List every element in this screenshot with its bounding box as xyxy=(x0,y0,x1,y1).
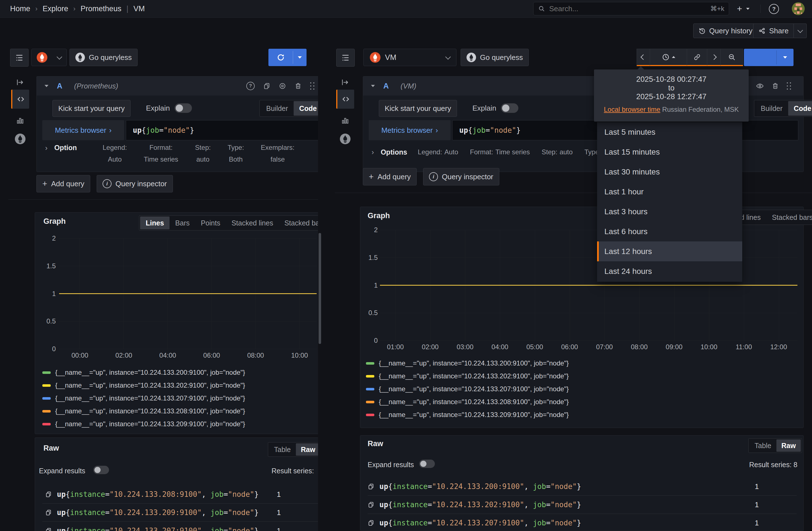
copy-icon[interactable] xyxy=(263,82,271,90)
time-shift-back-button[interactable] xyxy=(637,49,650,66)
graph-style-option[interactable]: Lines xyxy=(140,217,170,230)
explain-toggle[interactable] xyxy=(175,103,192,113)
datasource-tab[interactable] xyxy=(11,131,29,147)
legend-item[interactable]: {__name__="up", instance="10.224.133.207… xyxy=(366,383,569,396)
help-button[interactable]: ? xyxy=(769,4,779,14)
refresh-interval-button-right[interactable] xyxy=(777,49,794,66)
kick-start-button[interactable]: Kick start your query xyxy=(379,100,457,117)
raw-view-option[interactable]: Raw xyxy=(777,439,801,452)
graph-style-option[interactable]: Stacked bars xyxy=(279,217,318,230)
scrollbar-left-pane[interactable] xyxy=(319,233,321,344)
pane-collapse-button[interactable] xyxy=(336,75,354,90)
raw-view-option[interactable]: Table xyxy=(269,443,296,456)
new-button[interactable]: + xyxy=(737,4,750,14)
time-range-option[interactable]: Last 15 minutes xyxy=(597,142,742,162)
copy-icon[interactable] xyxy=(367,483,374,490)
refresh-interval-button-left[interactable] xyxy=(293,49,306,66)
breadcrumb-home[interactable]: Home xyxy=(10,4,30,13)
copy-time-link-button[interactable] xyxy=(687,49,707,66)
legend-item[interactable]: {__name__="up", instance="10.224.133.200… xyxy=(366,357,569,370)
time-range-option[interactable]: Last 30 minutes xyxy=(597,162,742,182)
outline-button[interactable] xyxy=(10,49,29,67)
datasource-tab[interactable] xyxy=(336,131,354,147)
time-range-option[interactable]: Last 24 hours xyxy=(597,261,742,281)
share-button[interactable]: Share xyxy=(753,24,794,38)
help-icon[interactable]: ? xyxy=(246,82,255,90)
raw-view-option[interactable]: Raw xyxy=(296,443,318,456)
time-range-option[interactable]: Last 1 hour xyxy=(597,182,742,202)
editor-mode-option[interactable]: Builder xyxy=(755,101,788,116)
graph-style-option[interactable]: Stacked bars xyxy=(766,211,812,224)
editor-mode-option[interactable]: Builder xyxy=(261,101,294,116)
raw-view-option[interactable]: Table xyxy=(750,439,777,452)
query-inspector-button-left[interactable]: i Query inspector xyxy=(97,175,173,192)
eye-icon[interactable] xyxy=(756,82,764,90)
trash-icon[interactable] xyxy=(772,82,779,90)
copy-icon[interactable] xyxy=(45,527,52,531)
record-icon[interactable] xyxy=(279,82,286,90)
copy-icon[interactable] xyxy=(45,509,52,516)
graph-style-option[interactable]: Stacked lines xyxy=(226,217,279,230)
add-query-button-left[interactable]: + Add query xyxy=(37,175,90,192)
breadcrumb-right-pane-title[interactable]: VM xyxy=(133,4,145,13)
query-inspector-button-right[interactable]: i Query inspector xyxy=(423,168,499,186)
legend-item[interactable]: {__name__="up", instance="10.224.133.209… xyxy=(366,408,569,421)
explain-toggle[interactable] xyxy=(501,103,518,113)
legend-item[interactable]: {__name__="up", instance="10.224.133.202… xyxy=(366,370,569,383)
datasource-picker-left[interactable] xyxy=(31,49,67,66)
avatar[interactable] xyxy=(792,2,805,15)
metrics-browser-button[interactable]: Metrics browser › xyxy=(42,120,124,140)
editor-mode-option[interactable]: Code xyxy=(294,101,318,116)
legend-item[interactable]: {__name__="up", instance="10.224.133.200… xyxy=(42,366,245,379)
breadcrumb-left-pane-title[interactable]: Prometheus xyxy=(81,4,121,13)
breadcrumb-explore[interactable]: Explore xyxy=(43,4,68,13)
query-options-row-left[interactable]: › Option Legend:AutoFormat:Time seriesSt… xyxy=(37,144,318,163)
legend-item[interactable]: {__name__="up", instance="10.224.133.202… xyxy=(42,379,245,392)
graph-plot-left[interactable] xyxy=(59,238,317,349)
time-picker-button[interactable] xyxy=(650,49,687,66)
time-range-option[interactable]: Last 6 hours xyxy=(597,222,742,241)
editor-mode-switch: BuilderCode xyxy=(259,100,318,117)
expand-results-toggle-left[interactable] xyxy=(93,466,109,474)
datasource-picker-right[interactable]: VM xyxy=(363,49,456,66)
editor-mode-option[interactable]: Code xyxy=(788,101,812,116)
expand-results-toggle-right[interactable] xyxy=(419,460,435,468)
query-code-input[interactable]: up{job="node"} xyxy=(126,120,318,140)
refresh-button-left[interactable] xyxy=(269,49,293,66)
graph-tab[interactable] xyxy=(336,113,354,128)
query-history-button[interactable]: Query history xyxy=(693,24,758,38)
outline-button[interactable] xyxy=(336,49,355,67)
query-editor-tab[interactable] xyxy=(336,90,354,109)
timezone-label[interactable]: Local browser time xyxy=(604,106,660,113)
time-range-option[interactable]: Last 5 minutes xyxy=(597,122,742,142)
copy-icon[interactable] xyxy=(367,519,374,526)
graph-tab[interactable] xyxy=(11,113,29,128)
copy-icon[interactable] xyxy=(45,491,52,498)
go-queryless-button-left[interactable]: Go queryless xyxy=(70,49,137,66)
copy-icon[interactable] xyxy=(367,501,374,508)
legend-item[interactable]: {__name__="up", instance="10.224.133.208… xyxy=(42,405,245,417)
trash-icon[interactable] xyxy=(294,82,302,90)
query-editor-tab[interactable] xyxy=(11,90,29,109)
pane-collapse-button[interactable] xyxy=(11,75,29,90)
legend-item[interactable]: {__name__="up", instance="10.224.133.207… xyxy=(42,392,245,405)
legend-item[interactable]: {__name__="up", instance="10.224.133.209… xyxy=(42,417,245,430)
drag-handle-icon[interactable] xyxy=(787,82,788,84)
query-row-header[interactable]: A (Prometheus) ? xyxy=(37,76,318,95)
time-range-option[interactable]: Last 12 hours xyxy=(597,241,742,261)
time-range-option[interactable]: Last 3 hours xyxy=(597,202,742,222)
time-shift-forward-button[interactable] xyxy=(707,49,721,66)
search-placeholder[interactable] xyxy=(549,4,710,13)
run-query-button-right[interactable] xyxy=(744,49,777,66)
kick-start-button[interactable]: Kick start your query xyxy=(53,100,131,117)
metrics-browser-button[interactable]: Metrics browser › xyxy=(369,120,451,140)
zoom-out-button[interactable] xyxy=(721,49,743,66)
graph-style-option[interactable]: Bars xyxy=(170,217,195,230)
search-input[interactable]: ⌘+k xyxy=(533,2,729,15)
drag-handle-icon[interactable] xyxy=(310,82,311,84)
legend-item[interactable]: {__name__="up", instance="10.224.133.208… xyxy=(366,396,569,408)
add-query-button-right[interactable]: + Add query xyxy=(363,168,417,186)
graph-style-option[interactable]: Points xyxy=(195,217,226,230)
share-dropdown-button[interactable] xyxy=(794,24,807,38)
go-queryless-button-right[interactable]: Go queryless xyxy=(461,49,529,66)
